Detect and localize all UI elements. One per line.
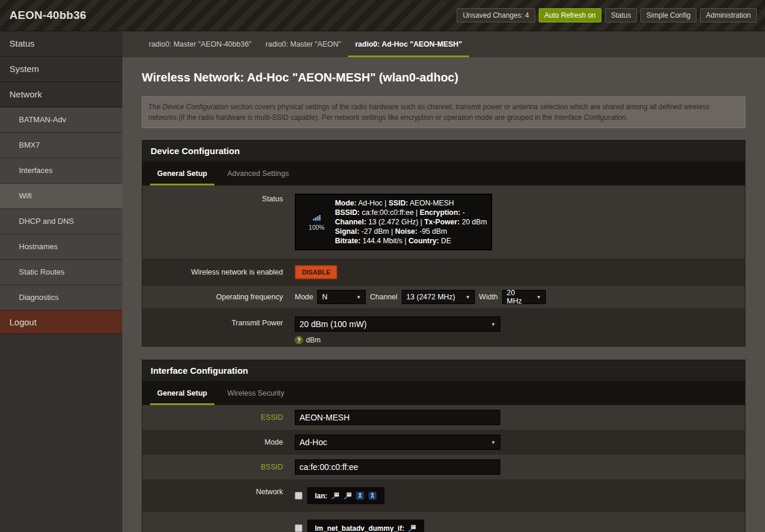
freq-width-select[interactable]: 20 MHz▼	[502, 290, 546, 304]
tab-wireless-security[interactable]: Wireless Security	[220, 381, 292, 405]
network-row-lan: Network lan:	[142, 479, 745, 512]
mode-select[interactable]: Ad-Hoc▼	[295, 435, 500, 450]
sidebar-item-system[interactable]: System	[0, 57, 122, 82]
txpower-select[interactable]: 20 dBm (100 mW)▼	[295, 316, 500, 332]
interface-config-tabs: General Setup Wireless Security	[142, 381, 745, 405]
bssid-label: BSSID	[142, 463, 290, 471]
tab-radio0-master-aeon-40bb36[interactable]: radio0: Master "AEON-40bb36"	[142, 31, 259, 57]
page-title: Wireless Network: Ad-Hoc "AEON-MESH" (wl…	[142, 71, 746, 84]
network-batadv-dummy-checkbox[interactable]	[295, 524, 302, 532]
freq-mode-select[interactable]: N▼	[317, 290, 366, 304]
txpower-help: ? dBm	[295, 336, 500, 344]
auto-refresh-button[interactable]: Auto Refresh on	[539, 8, 602, 22]
wifi-antenna-icon	[356, 491, 364, 500]
sidebar-item-interfaces[interactable]: Interfaces	[0, 158, 122, 184]
chevron-down-icon: ▼	[536, 295, 541, 300]
main-area: radio0: Master "AEON-40bb36" radio0: Mas…	[122, 31, 765, 532]
enabled-label: Wireless network is enabled	[142, 268, 290, 276]
network-lan-checkbox[interactable]	[295, 492, 302, 500]
description-notice: The Device Configuration section covers …	[142, 96, 746, 128]
chevron-down-icon: ▼	[356, 295, 361, 300]
simple-config-button[interactable]: Simple Config	[640, 8, 696, 22]
administration-button[interactable]: Administration	[700, 8, 757, 22]
header: AEON-40bb36 Unsaved Changes: 4 Auto Refr…	[0, 0, 765, 31]
freq-width-label: Width	[479, 293, 498, 301]
status-line: Mode: Ad-Hoc | SSID: AEON-MESH	[335, 198, 487, 208]
ethernet-icon	[343, 491, 352, 500]
sidebar-item-wifi[interactable]: Wifi	[0, 184, 122, 209]
status-lines: Mode: Ad-Hoc | SSID: AEON-MESH BSSID: ca…	[335, 198, 487, 246]
essid-input[interactable]	[295, 410, 500, 425]
status-line: Channel: 13 (2.472 GHz) | Tx-Power: 20 d…	[335, 217, 487, 227]
sidebar-item-status[interactable]: Status	[0, 31, 122, 57]
tab-general-setup-iface[interactable]: General Setup	[150, 381, 214, 405]
status-line: Signal: -27 dBm | Noise: -95 dBm	[335, 227, 487, 236]
essid-row: ESSID	[142, 405, 745, 430]
device-configuration-section: Device Configuration General Setup Advan…	[142, 140, 746, 347]
sidebar-item-bmx7[interactable]: BMX7	[0, 133, 122, 158]
sidebar-item-static-routes[interactable]: Static Routes	[0, 260, 122, 285]
hostname-title: AEON-40bb36	[0, 9, 86, 22]
chevron-down-icon: ▼	[491, 440, 496, 445]
sidebar-item-hostnames[interactable]: Hostnames	[0, 234, 122, 260]
help-icon: ?	[295, 336, 303, 344]
radio-tabbar: radio0: Master "AEON-40bb36" radio0: Mas…	[122, 31, 765, 57]
enabled-row: Wireless network is enabled DISABLE	[142, 259, 745, 286]
status-view-button[interactable]: Status	[605, 8, 637, 22]
content: Wireless Network: Ad-Hoc "AEON-MESH" (wl…	[122, 57, 765, 532]
sidebar-item-diagnostics[interactable]: Diagnostics	[0, 285, 122, 311]
tab-advanced-settings[interactable]: Advanced Settings	[220, 161, 296, 185]
network-batadv-dummy-pill: lm_net_batadv_dummy_if:	[307, 520, 424, 532]
txpower-row: Transmit Power 20 dBm (100 mW)▼ ? dBm	[142, 308, 745, 346]
mode-row: Mode Ad-Hoc▼	[142, 430, 745, 455]
network-lan-pill: lan:	[307, 487, 385, 504]
sidebar: Status System Network BATMAN-Adv BMX7 In…	[0, 31, 122, 532]
status-label: Status	[142, 185, 290, 259]
sidebar-item-logout[interactable]: Logout	[0, 311, 122, 334]
network-row-batadv-dummy: lm_net_batadv_dummy_if:	[142, 512, 745, 532]
device-config-tabs: General Setup Advanced Settings	[142, 161, 745, 185]
wireless-status-box: 100% Mode: Ad-Hoc | SSID: AEON-MESH BSSI…	[295, 194, 492, 250]
wifi-antenna-icon	[368, 491, 377, 500]
freq-channel-select[interactable]: 13 (2472 MHz)▼	[402, 290, 475, 304]
essid-label: ESSID	[142, 413, 290, 422]
tab-general-setup[interactable]: General Setup	[150, 161, 214, 185]
interface-configuration-legend: Interface Configuration	[142, 360, 745, 381]
ethernet-icon	[331, 491, 340, 500]
tab-radio0-master-aeon[interactable]: radio0: Master "AEON"	[259, 31, 349, 57]
interface-configuration-section: Interface Configuration General Setup Wi…	[142, 360, 746, 532]
bssid-input[interactable]	[295, 459, 500, 475]
txpower-label: Transmit Power	[142, 312, 290, 346]
unsaved-changes-button[interactable]: Unsaved Changes: 4	[457, 8, 535, 22]
network-label: Network	[142, 482, 290, 509]
freq-mode-label: Mode	[295, 293, 313, 301]
header-buttons: Unsaved Changes: 4 Auto Refresh on Statu…	[457, 8, 757, 22]
signal-percent: 100%	[309, 224, 325, 231]
ethernet-icon	[408, 524, 416, 532]
signal-bars-icon	[312, 213, 321, 222]
status-row: Status 100%	[142, 185, 745, 259]
disable-button[interactable]: DISABLE	[295, 265, 337, 279]
frequency-label: Operating frequency	[142, 293, 290, 301]
sidebar-item-network[interactable]: Network	[0, 82, 122, 107]
bssid-row: BSSID	[142, 455, 745, 479]
sidebar-item-batman-adv[interactable]: BATMAN-Adv	[0, 107, 122, 133]
freq-channel-label: Channel	[370, 293, 398, 301]
status-line: Bitrate: 144.4 Mbit/s | Country: DE	[335, 236, 487, 246]
status-line: BSSID: ca:fe:00:c0:ff:ee | Encryption: -	[335, 208, 487, 217]
chevron-down-icon: ▼	[465, 295, 470, 300]
tab-radio0-adhoc-aeon-mesh[interactable]: radio0: Ad-Hoc "AEON-MESH"	[348, 31, 469, 57]
chevron-down-icon: ▼	[491, 322, 496, 327]
frequency-row: Operating frequency Mode N▼ Channel 13 (…	[142, 286, 745, 308]
signal-cell: 100%	[298, 198, 335, 246]
mode-label: Mode	[142, 438, 290, 446]
sidebar-item-dhcp-dns[interactable]: DHCP and DNS	[0, 209, 122, 234]
device-configuration-legend: Device Configuration	[142, 141, 745, 161]
